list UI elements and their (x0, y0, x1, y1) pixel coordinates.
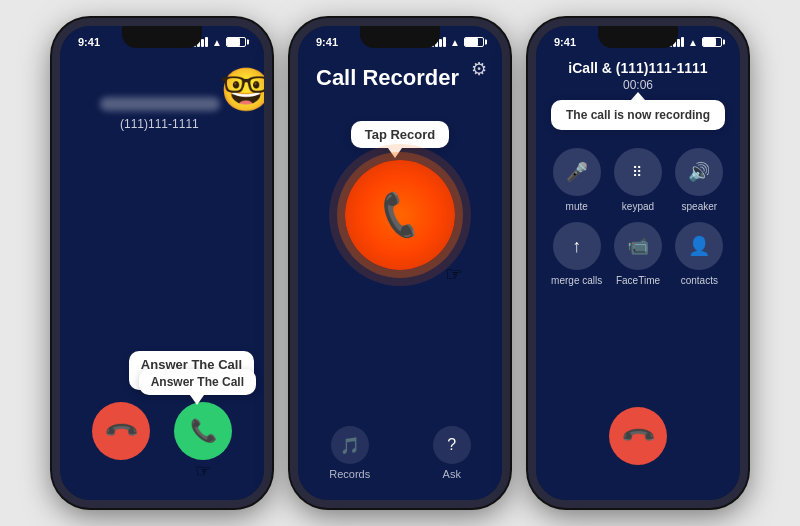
status-icons-3: ▲ (669, 37, 722, 48)
status-bar-3: 9:41 ▲ (536, 26, 740, 52)
call-controls-grid: 🎤 mute ⠿ keypad 🔊 speaker ↑ merge calls … (536, 138, 740, 296)
accept-icon: 📞 (190, 418, 217, 444)
facetime-label: FaceTime (616, 275, 660, 286)
end-call-button[interactable]: 📞 (609, 407, 667, 465)
mute-icon: 🎤 (553, 148, 601, 196)
status-icons-1: ▲ (193, 37, 246, 48)
status-time-3: 9:41 (554, 36, 576, 48)
caller-emoji: 🤓 (220, 65, 264, 114)
status-time-2: 9:41 (316, 36, 338, 48)
phone-3-active-recording: 9:41 ▲ iCall & (111)111-1111 00:06 (528, 18, 748, 508)
active-call-header: iCall & (111)111-1111 00:06 (536, 52, 740, 92)
merge-label: merge calls (551, 275, 602, 286)
call-action-buttons: 📞 📞 ☞ (60, 402, 264, 460)
tab-ask[interactable]: ? Ask (433, 426, 471, 480)
merge-icon: ↑ (553, 222, 601, 270)
battery-3 (702, 37, 722, 47)
signal-bars-1 (193, 37, 208, 47)
end-call-icon: 📞 (619, 417, 656, 454)
contacts-label: contacts (681, 275, 718, 286)
records-icon: 🎵 (331, 426, 369, 464)
record-area: Tap Record 📞 ☞ (298, 121, 502, 270)
signal-bar-1 (193, 43, 196, 47)
battery-2 (464, 37, 484, 47)
caller-info: (111)111-1111 🤓 (60, 52, 264, 131)
hand-cursor-1: ☞ (195, 460, 211, 482)
tab-ask-label: Ask (443, 468, 461, 480)
contacts-control[interactable]: 👤 contacts (674, 222, 725, 286)
decline-icon: 📞 (102, 412, 139, 449)
wifi-icon-3: ▲ (688, 37, 698, 48)
answer-the-call-tooltip: Answer The Call (139, 369, 256, 395)
speaker-control[interactable]: 🔊 speaker (674, 148, 725, 212)
facetime-control[interactable]: 📹 FaceTime (612, 222, 663, 286)
record-button[interactable]: 📞 ☞ (345, 160, 455, 270)
end-call-area: 📞 (536, 407, 740, 465)
mute-label: mute (566, 201, 588, 212)
tab-records[interactable]: 🎵 Records (329, 426, 370, 480)
settings-gear-button[interactable]: ⚙ (471, 58, 487, 80)
merge-control[interactable]: ↑ merge calls (551, 222, 602, 286)
phone-1-incoming-call: 9:41 ▲ (111)111-1111 � (52, 18, 272, 508)
accept-button[interactable]: 📞 (174, 402, 232, 460)
tab-records-label: Records (329, 468, 370, 480)
battery-1 (226, 37, 246, 47)
speaker-label: speaker (682, 201, 718, 212)
keypad-label: keypad (622, 201, 654, 212)
phone-2-call-recorder: 9:41 ▲ Call Recorder ⚙ (290, 18, 510, 508)
signal-bars-3 (669, 37, 684, 47)
keypad-icon: ⠿ (614, 148, 662, 196)
ask-icon: ? (433, 426, 471, 464)
tap-record-tooltip-container: Tap Record (351, 121, 450, 148)
keypad-control[interactable]: ⠿ keypad (612, 148, 663, 212)
signal-bar-2 (197, 41, 200, 47)
wifi-icon-1: ▲ (212, 37, 222, 48)
signal-bar-3 (201, 39, 204, 47)
active-contact-name: iCall & (111)111-1111 (536, 60, 740, 76)
mute-control[interactable]: 🎤 mute (551, 148, 602, 212)
hand-cursor-2: ☞ (445, 262, 463, 286)
recording-badge: The call is now recording (551, 100, 725, 130)
contacts-icon: 👤 (675, 222, 723, 270)
app-title: Call Recorder (316, 65, 484, 91)
status-bar-2: 9:41 ▲ (298, 26, 502, 52)
caller-name-blurred (100, 97, 220, 111)
bottom-tabs: 🎵 Records ? Ask (298, 426, 502, 480)
caller-number: (111)111-1111 (100, 117, 220, 131)
status-icons-2: ▲ (431, 37, 484, 48)
signal-bars-2 (431, 37, 446, 47)
wifi-icon-2: ▲ (450, 37, 460, 48)
status-time-1: 9:41 (78, 36, 100, 48)
facetime-icon: 📹 (614, 222, 662, 270)
status-bar-1: 9:41 ▲ (60, 26, 264, 52)
speaker-icon: 🔊 (675, 148, 723, 196)
call-duration: 00:06 (536, 78, 740, 92)
signal-bar-4 (205, 37, 208, 47)
decline-button[interactable]: 📞 (92, 402, 150, 460)
record-phone-icon: 📞 (372, 188, 429, 243)
tap-record-tooltip: Tap Record (351, 121, 450, 148)
